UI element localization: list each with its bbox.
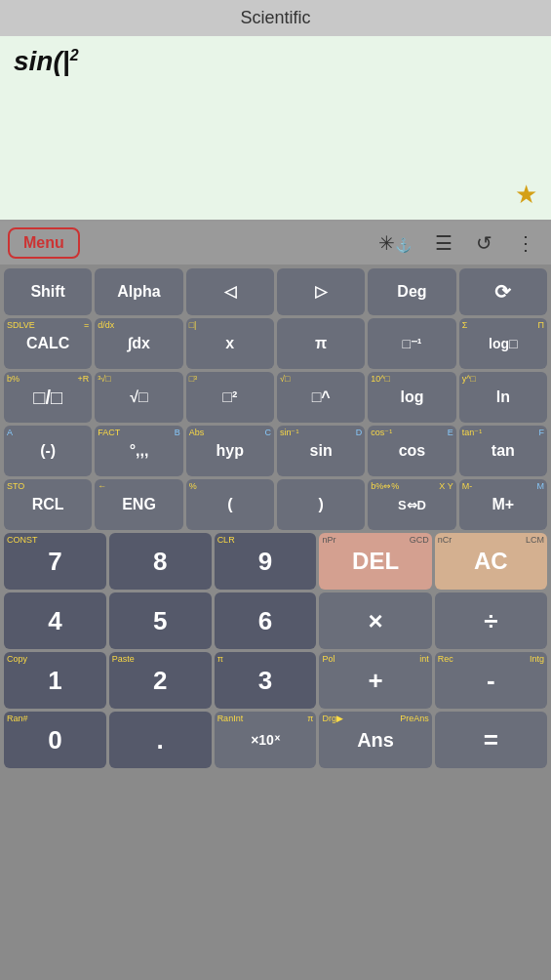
button-row-6: CONST 7 8 CLR 9 nPr GCD DEL nCr LCM AC <box>4 533 547 590</box>
history-button[interactable]: ⟳ <box>459 268 547 315</box>
hyp-button[interactable]: Abs C hyp <box>186 426 274 476</box>
cos-button[interactable]: cos⁻¹ E cos <box>368 426 455 476</box>
integral-button[interactable]: d/dx ∫dx <box>95 318 182 369</box>
nine-button[interactable]: CLR 9 <box>215 533 317 590</box>
negative-button[interactable]: A (-) <box>4 426 92 476</box>
deg-button[interactable]: Deg <box>368 268 455 315</box>
rcl-button[interactable]: STO RCL <box>4 479 92 530</box>
app-title: Scientific <box>240 8 310 27</box>
power-button[interactable]: √□ □^ <box>277 372 365 423</box>
fraction-button[interactable]: b% +R □/□ <box>4 372 92 423</box>
degrees-button[interactable]: FACT B °,,, <box>95 426 182 476</box>
calc-button[interactable]: SDLVE = CALC <box>4 318 92 369</box>
seven-button[interactable]: CONST 7 <box>4 533 106 590</box>
four-button[interactable]: 4 <box>4 592 106 649</box>
button-row-4: A (-) FACT B °,,, Abs C hyp sin⁻¹ D sin … <box>4 426 547 476</box>
button-row-5: STO RCL ← ENG % ( ) b%⇔% X Y S⇔D M- M M+ <box>4 479 547 530</box>
button-row-2: SDLVE = CALC d/dx ∫dx □| x π □⁻¹ Σ Π log… <box>4 318 547 369</box>
eng-button[interactable]: ← ENG <box>95 479 182 530</box>
ac-button[interactable]: nCr LCM AC <box>435 533 547 590</box>
menu-button[interactable]: Menu <box>8 227 80 259</box>
one-button[interactable]: Copy 1 <box>4 652 106 709</box>
button-row-9: Ran# 0 . RanInt π ×10ˣ Drg▶ PreAns Ans = <box>4 712 547 768</box>
close-paren-button[interactable]: ) <box>277 479 365 530</box>
sin-button[interactable]: sin⁻¹ D sin <box>277 426 365 476</box>
open-paren-button[interactable]: % ( <box>186 479 274 530</box>
inverse-button[interactable]: □⁻¹ <box>368 318 455 369</box>
plus-button[interactable]: Pol int + <box>319 652 431 709</box>
alpha-button[interactable]: Alpha <box>95 268 182 315</box>
toolbar: Menu ✳⚓ ☰ ↺ ⋮ <box>0 222 551 265</box>
button-row-1: Shift Alpha ◁ ▷ Deg ⟳ <box>4 268 547 315</box>
two-button[interactable]: Paste 2 <box>109 652 212 709</box>
mplus-button[interactable]: M- M M+ <box>459 479 547 530</box>
undo-icon-button[interactable]: ↺ <box>468 227 500 259</box>
equals-button[interactable]: = <box>435 712 547 768</box>
button-row-8: Copy 1 Paste 2 π 3 Pol int + Rec Intg - <box>4 652 547 709</box>
sqrt-button[interactable]: ³√□ √□ <box>95 372 182 423</box>
calculator-body: Shift Alpha ◁ ▷ Deg ⟳ SDLVE = CALC d/dx … <box>0 265 551 775</box>
button-row-3: b% +R □/□ ³√□ √□ □³ □² √□ □^ 10^□ log y^… <box>4 372 547 423</box>
ans-button[interactable]: Drg▶ PreAns Ans <box>319 712 431 768</box>
three-button[interactable]: π 3 <box>215 652 317 709</box>
log-base-button[interactable]: Σ Π log□ <box>459 318 547 369</box>
minus-button[interactable]: Rec Intg - <box>435 652 547 709</box>
del-button[interactable]: nPr GCD DEL <box>319 533 431 590</box>
exp-button[interactable]: RanInt π ×10ˣ <box>215 712 317 768</box>
tan-button[interactable]: tan⁻¹ F tan <box>459 426 547 476</box>
more-icon-button[interactable]: ⋮ <box>508 227 543 259</box>
display-area: sin(|2 ★ <box>0 36 551 222</box>
special-icon-button[interactable]: ✳⚓ <box>371 227 419 259</box>
multiply-button[interactable]: × <box>319 592 431 649</box>
shift-button[interactable]: Shift <box>4 268 92 315</box>
display-expression: sin(|2 <box>14 46 537 77</box>
ln-button[interactable]: y^□ ln <box>459 372 547 423</box>
six-button[interactable]: 6 <box>215 592 317 649</box>
button-row-7: 4 5 6 × ÷ <box>4 592 547 649</box>
list-icon-button[interactable]: ☰ <box>427 227 460 259</box>
log-button[interactable]: 10^□ log <box>368 372 455 423</box>
x-button[interactable]: □| x <box>186 318 274 369</box>
star-icon[interactable]: ★ <box>515 180 537 210</box>
left-arrow-button[interactable]: ◁ <box>186 268 274 315</box>
sd-button[interactable]: b%⇔% X Y S⇔D <box>368 479 455 530</box>
divide-button[interactable]: ÷ <box>435 592 547 649</box>
eight-button[interactable]: 8 <box>109 533 212 590</box>
square-button[interactable]: □³ □² <box>186 372 274 423</box>
title-bar: Scientific <box>0 0 551 36</box>
right-arrow-button[interactable]: ▷ <box>277 268 365 315</box>
decimal-button[interactable]: . <box>109 712 212 768</box>
zero-button[interactable]: Ran# 0 <box>4 712 106 768</box>
pi-button[interactable]: π <box>277 318 365 369</box>
five-button[interactable]: 5 <box>109 592 212 649</box>
